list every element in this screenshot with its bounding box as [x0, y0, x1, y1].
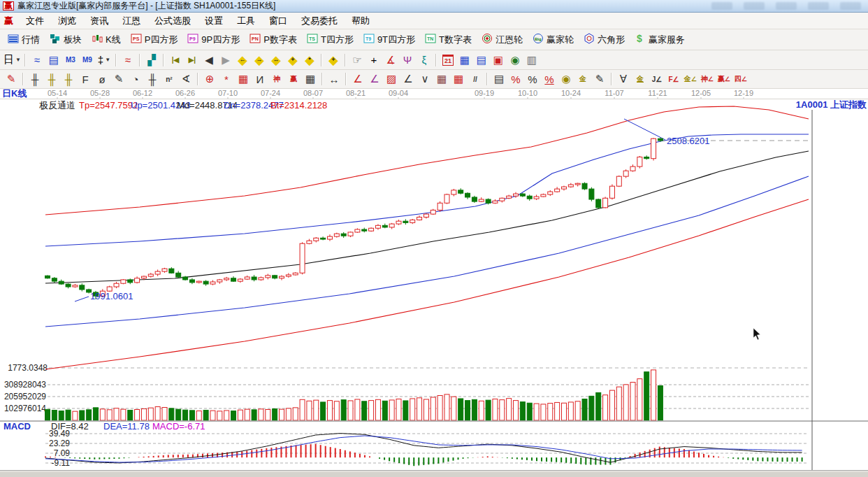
tool-pen-dark[interactable]: ✎: [111, 72, 126, 87]
tool-color-chart[interactable]: ▞: [144, 52, 159, 67]
tool-scribble-blue[interactable]: ≈: [29, 52, 45, 67]
toolbar-button-t-square[interactable]: TST四方形: [302, 32, 359, 47]
tool-ying-angle[interactable]: 赢∠: [716, 72, 732, 87]
tool-v-tool[interactable]: ∨: [417, 72, 433, 87]
tool-diamond-leftright[interactable]: ◆↔: [268, 52, 284, 67]
tool-trend-angle[interactable]: ∠: [400, 72, 416, 87]
menu-item-公式选股[interactable]: 公式选股: [147, 14, 198, 27]
toolbar-button-gann-wheel[interactable]: 江恩轮: [477, 32, 528, 47]
tool-xi-tool[interactable]: ξ: [417, 52, 432, 67]
menu-item-窗口[interactable]: 窗口: [262, 14, 294, 27]
tool-document[interactable]: ▤: [474, 52, 489, 67]
tool-diamond-cross[interactable]: ◆+: [285, 52, 301, 67]
toolbar-button-p9-square[interactable]: P99P四方形: [182, 32, 245, 47]
gann-wheel-label: 江恩轮: [496, 34, 523, 46]
gold-circle-icon: ◉: [561, 73, 570, 85]
tool-grid-plain[interactable]: ╫: [145, 72, 160, 87]
menu-item-浏览[interactable]: 浏览: [51, 14, 83, 27]
menu-item-文件[interactable]: 文件: [19, 14, 51, 27]
tool-crosshair-tool[interactable]: +: [366, 52, 382, 67]
tool-calculator[interactable]: ▦: [457, 52, 472, 67]
candle: [458, 190, 463, 193]
tool-notes[interactable]: ▤: [46, 52, 62, 67]
tool-printer[interactable]: ▥: [524, 52, 540, 67]
toolbar-separator: [345, 73, 347, 85]
tool-gann-grid[interactable]: ╫: [27, 72, 43, 87]
tool-shen-angle[interactable]: 神∠: [700, 72, 715, 87]
tool-gold-line[interactable]: 金: [632, 72, 648, 87]
kline-chart-canvas[interactable]: 05-1405-2806-1206-2607-1007-2408-0708-21…: [0, 89, 868, 477]
tool-si-angle[interactable]: 四∠: [733, 72, 748, 87]
tool-psi-tool[interactable]: Ψ: [400, 52, 415, 67]
tool-save[interactable]: ▣: [491, 52, 506, 67]
menu-item-资讯[interactable]: 资讯: [83, 14, 115, 27]
tool-protractor-tool[interactable]: ∡: [383, 52, 398, 67]
toolbar-button-winner-wheel[interactable]: Big赢家轮: [528, 32, 579, 47]
tool-width-tool[interactable]: ↔: [326, 72, 342, 87]
tool-grid-dark[interactable]: ▦: [434, 72, 449, 87]
menu-item-江恩[interactable]: 江恩: [115, 14, 147, 27]
tool-gold-circle[interactable]: ◉: [558, 72, 574, 87]
tool-pen-fine[interactable]: ✎: [592, 72, 607, 87]
tool-circle-tool[interactable]: ø: [94, 72, 110, 87]
tool-clock-tool[interactable]: ◔: [128, 72, 143, 87]
menu-item-帮助[interactable]: 帮助: [345, 14, 377, 27]
tool-percent-line[interactable]: %: [508, 72, 523, 87]
tool-fan-red[interactable]: ∠: [350, 72, 366, 87]
tool-grid-red2[interactable]: ▦: [451, 72, 466, 87]
menu-item-交易委托[interactable]: 交易委托: [294, 14, 345, 27]
tool-fan-box[interactable]: ▨: [384, 72, 399, 87]
tool-first-page[interactable]: |◀: [168, 52, 183, 67]
toolbar-button-kline[interactable]: K线: [87, 32, 126, 47]
tool-next-page[interactable]: ▶: [218, 52, 233, 67]
toolbar-button-hexagon[interactable]: 六角形: [579, 32, 630, 47]
tool-calendar[interactable]: 21: [440, 52, 456, 67]
tool-globe-save[interactable]: ◉: [507, 52, 523, 67]
tool-wave-9[interactable]: M9: [80, 52, 95, 67]
toolbar-button-sectors[interactable]: 板块: [45, 32, 87, 47]
toolbar-button-p-square[interactable]: PSP四方形: [126, 32, 183, 47]
tool-fan-purple[interactable]: ∠: [367, 72, 382, 87]
tool-scribble-red[interactable]: ≈: [120, 52, 136, 67]
tool-period-dropdown[interactable]: 日▼: [3, 52, 21, 67]
tool-crosshair-circle[interactable]: ⊕: [202, 72, 217, 87]
toolbar-button-t9-square[interactable]: T99T四方形: [359, 32, 420, 47]
tool-angle-mirror[interactable]: ∢: [178, 72, 194, 87]
tool-numbered-grid[interactable]: ▦: [303, 72, 318, 87]
tool-prev-page[interactable]: ◀: [201, 52, 217, 67]
tool-diamond-move[interactable]: ◆+: [326, 52, 341, 67]
toolbar-button-t-number-table[interactable]: TNT数字表: [420, 32, 477, 47]
tool-ying-grid[interactable]: 赢: [286, 72, 301, 87]
tool-f-grid[interactable]: F: [78, 72, 93, 87]
tool-last-page[interactable]: ▶|: [185, 52, 200, 67]
tool-gold-box[interactable]: 金: [575, 72, 591, 87]
tool-wave-mark[interactable]: И: [252, 72, 268, 87]
tool-gold-grid-2[interactable]: ╫: [61, 72, 76, 87]
tool-web-grid-red[interactable]: ▦: [236, 72, 251, 87]
tool-parallel-lines[interactable]: //: [468, 72, 483, 87]
tool-percent-table[interactable]: ▤: [491, 72, 507, 87]
tool-gold-grid-1[interactable]: ╫: [44, 72, 59, 87]
tool-n-square[interactable]: n²: [161, 72, 177, 87]
menu-item-设置[interactable]: 设置: [198, 14, 230, 27]
tool-hand-tool[interactable]: ☞: [349, 52, 365, 67]
tool-j-angle[interactable]: J∠: [649, 72, 665, 87]
tool-gold-angle[interactable]: 金∠: [683, 72, 698, 87]
tool-shen-grid[interactable]: 神: [269, 72, 284, 87]
tool-percent-under[interactable]: %: [542, 72, 557, 87]
tool-wave-3[interactable]: M3: [63, 52, 78, 67]
tool-percent[interactable]: %: [525, 72, 540, 87]
tool-f-angle[interactable]: F∠: [666, 72, 681, 87]
toolbar-button-p-number-table[interactable]: PNP数字表: [245, 32, 302, 47]
tool-funnel[interactable]: ∀: [616, 72, 631, 87]
toolbar-button-winner-service[interactable]: $赢家服务: [630, 32, 690, 47]
tool-diamond-star[interactable]: ◆*: [302, 52, 317, 67]
tool-candle-dropdown[interactable]: ‡▼: [96, 52, 112, 67]
title-bar: 赢 赢家江恩专业版[赢家内部服务平台] - [上证指数 SH1A0001-155…: [0, 0, 868, 13]
tool-pen-red[interactable]: ✎: [3, 72, 19, 87]
toolbar-button-quotes[interactable]: 行情: [3, 32, 45, 47]
tool-star-web[interactable]: *: [219, 72, 234, 87]
menu-item-工具[interactable]: 工具: [230, 14, 262, 27]
tool-diamond-left[interactable]: ◆←: [235, 52, 250, 67]
tool-diamond-right[interactable]: ◆→: [252, 52, 267, 67]
